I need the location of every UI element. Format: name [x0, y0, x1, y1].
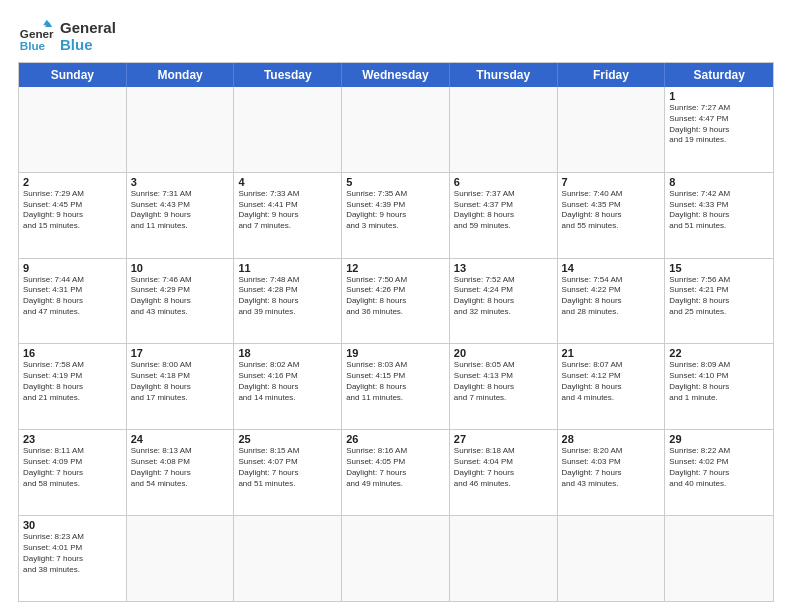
day-number: 13 [454, 262, 553, 274]
calendar-day-20: 20Sunrise: 8:05 AM Sunset: 4:13 PM Dayli… [450, 344, 558, 429]
calendar-week-4: 16Sunrise: 7:58 AM Sunset: 4:19 PM Dayli… [19, 344, 773, 430]
day-number: 9 [23, 262, 122, 274]
day-info: Sunrise: 8:23 AM Sunset: 4:01 PM Dayligh… [23, 532, 122, 575]
day-info: Sunrise: 7:31 AM Sunset: 4:43 PM Dayligh… [131, 189, 230, 232]
day-info: Sunrise: 7:29 AM Sunset: 4:45 PM Dayligh… [23, 189, 122, 232]
logo-blue: Blue [60, 36, 116, 53]
calendar-empty-cell [234, 87, 342, 172]
calendar-day-25: 25Sunrise: 8:15 AM Sunset: 4:07 PM Dayli… [234, 430, 342, 515]
header-day-monday: Monday [127, 63, 235, 87]
day-number: 8 [669, 176, 769, 188]
calendar-empty-cell [450, 516, 558, 601]
calendar-empty-cell [127, 516, 235, 601]
calendar-week-3: 9Sunrise: 7:44 AM Sunset: 4:31 PM Daylig… [19, 259, 773, 345]
calendar-week-5: 23Sunrise: 8:11 AM Sunset: 4:09 PM Dayli… [19, 430, 773, 516]
calendar-day-10: 10Sunrise: 7:46 AM Sunset: 4:29 PM Dayli… [127, 259, 235, 344]
day-info: Sunrise: 8:11 AM Sunset: 4:09 PM Dayligh… [23, 446, 122, 489]
day-number: 5 [346, 176, 445, 188]
day-info: Sunrise: 7:42 AM Sunset: 4:33 PM Dayligh… [669, 189, 769, 232]
day-number: 16 [23, 347, 122, 359]
day-number: 30 [23, 519, 122, 531]
calendar-day-17: 17Sunrise: 8:00 AM Sunset: 4:18 PM Dayli… [127, 344, 235, 429]
calendar-empty-cell [127, 87, 235, 172]
header-day-tuesday: Tuesday [234, 63, 342, 87]
day-number: 19 [346, 347, 445, 359]
calendar-day-29: 29Sunrise: 8:22 AM Sunset: 4:02 PM Dayli… [665, 430, 773, 515]
day-info: Sunrise: 8:15 AM Sunset: 4:07 PM Dayligh… [238, 446, 337, 489]
day-info: Sunrise: 7:35 AM Sunset: 4:39 PM Dayligh… [346, 189, 445, 232]
day-info: Sunrise: 7:33 AM Sunset: 4:41 PM Dayligh… [238, 189, 337, 232]
calendar-day-13: 13Sunrise: 7:52 AM Sunset: 4:24 PM Dayli… [450, 259, 558, 344]
day-number: 11 [238, 262, 337, 274]
day-info: Sunrise: 8:03 AM Sunset: 4:15 PM Dayligh… [346, 360, 445, 403]
day-info: Sunrise: 7:27 AM Sunset: 4:47 PM Dayligh… [669, 103, 769, 146]
calendar-day-12: 12Sunrise: 7:50 AM Sunset: 4:26 PM Dayli… [342, 259, 450, 344]
day-info: Sunrise: 8:20 AM Sunset: 4:03 PM Dayligh… [562, 446, 661, 489]
calendar-day-7: 7Sunrise: 7:40 AM Sunset: 4:35 PM Daylig… [558, 173, 666, 258]
header-day-wednesday: Wednesday [342, 63, 450, 87]
calendar-day-6: 6Sunrise: 7:37 AM Sunset: 4:37 PM Daylig… [450, 173, 558, 258]
day-number: 23 [23, 433, 122, 445]
calendar-day-4: 4Sunrise: 7:33 AM Sunset: 4:41 PM Daylig… [234, 173, 342, 258]
logo: General Blue General Blue [18, 18, 116, 54]
calendar-day-23: 23Sunrise: 8:11 AM Sunset: 4:09 PM Dayli… [19, 430, 127, 515]
calendar-day-5: 5Sunrise: 7:35 AM Sunset: 4:39 PM Daylig… [342, 173, 450, 258]
day-info: Sunrise: 8:22 AM Sunset: 4:02 PM Dayligh… [669, 446, 769, 489]
day-number: 3 [131, 176, 230, 188]
calendar-day-27: 27Sunrise: 8:18 AM Sunset: 4:04 PM Dayli… [450, 430, 558, 515]
header-day-friday: Friday [558, 63, 666, 87]
day-info: Sunrise: 7:44 AM Sunset: 4:31 PM Dayligh… [23, 275, 122, 318]
day-info: Sunrise: 8:00 AM Sunset: 4:18 PM Dayligh… [131, 360, 230, 403]
calendar-day-28: 28Sunrise: 8:20 AM Sunset: 4:03 PM Dayli… [558, 430, 666, 515]
logo-icon: General Blue [18, 18, 54, 54]
day-info: Sunrise: 8:13 AM Sunset: 4:08 PM Dayligh… [131, 446, 230, 489]
calendar-day-9: 9Sunrise: 7:44 AM Sunset: 4:31 PM Daylig… [19, 259, 127, 344]
day-number: 7 [562, 176, 661, 188]
header-day-sunday: Sunday [19, 63, 127, 87]
day-number: 27 [454, 433, 553, 445]
calendar-day-16: 16Sunrise: 7:58 AM Sunset: 4:19 PM Dayli… [19, 344, 127, 429]
calendar-day-30: 30Sunrise: 8:23 AM Sunset: 4:01 PM Dayli… [19, 516, 127, 601]
calendar-day-18: 18Sunrise: 8:02 AM Sunset: 4:16 PM Dayli… [234, 344, 342, 429]
day-info: Sunrise: 8:02 AM Sunset: 4:16 PM Dayligh… [238, 360, 337, 403]
day-info: Sunrise: 8:05 AM Sunset: 4:13 PM Dayligh… [454, 360, 553, 403]
calendar-empty-cell [19, 87, 127, 172]
calendar-day-24: 24Sunrise: 8:13 AM Sunset: 4:08 PM Dayli… [127, 430, 235, 515]
day-number: 29 [669, 433, 769, 445]
calendar-day-1: 1Sunrise: 7:27 AM Sunset: 4:47 PM Daylig… [665, 87, 773, 172]
calendar-week-1: 1Sunrise: 7:27 AM Sunset: 4:47 PM Daylig… [19, 87, 773, 173]
logo-general: General [60, 19, 116, 36]
day-info: Sunrise: 7:48 AM Sunset: 4:28 PM Dayligh… [238, 275, 337, 318]
calendar-header: SundayMondayTuesdayWednesdayThursdayFrid… [19, 63, 773, 87]
calendar: SundayMondayTuesdayWednesdayThursdayFrid… [18, 62, 774, 602]
day-info: Sunrise: 7:56 AM Sunset: 4:21 PM Dayligh… [669, 275, 769, 318]
calendar-day-22: 22Sunrise: 8:09 AM Sunset: 4:10 PM Dayli… [665, 344, 773, 429]
day-number: 22 [669, 347, 769, 359]
calendar-day-11: 11Sunrise: 7:48 AM Sunset: 4:28 PM Dayli… [234, 259, 342, 344]
day-info: Sunrise: 7:37 AM Sunset: 4:37 PM Dayligh… [454, 189, 553, 232]
calendar-day-8: 8Sunrise: 7:42 AM Sunset: 4:33 PM Daylig… [665, 173, 773, 258]
day-number: 18 [238, 347, 337, 359]
day-number: 28 [562, 433, 661, 445]
day-number: 10 [131, 262, 230, 274]
day-info: Sunrise: 7:50 AM Sunset: 4:26 PM Dayligh… [346, 275, 445, 318]
calendar-day-19: 19Sunrise: 8:03 AM Sunset: 4:15 PM Dayli… [342, 344, 450, 429]
day-info: Sunrise: 7:58 AM Sunset: 4:19 PM Dayligh… [23, 360, 122, 403]
day-number: 24 [131, 433, 230, 445]
day-number: 1 [669, 90, 769, 102]
day-info: Sunrise: 7:46 AM Sunset: 4:29 PM Dayligh… [131, 275, 230, 318]
calendar-day-3: 3Sunrise: 7:31 AM Sunset: 4:43 PM Daylig… [127, 173, 235, 258]
svg-text:Blue: Blue [20, 39, 46, 52]
day-number: 2 [23, 176, 122, 188]
day-info: Sunrise: 7:54 AM Sunset: 4:22 PM Dayligh… [562, 275, 661, 318]
day-number: 14 [562, 262, 661, 274]
day-number: 25 [238, 433, 337, 445]
day-number: 4 [238, 176, 337, 188]
calendar-empty-cell [558, 516, 666, 601]
header-day-saturday: Saturday [665, 63, 773, 87]
day-number: 26 [346, 433, 445, 445]
calendar-day-2: 2Sunrise: 7:29 AM Sunset: 4:45 PM Daylig… [19, 173, 127, 258]
calendar-empty-cell [342, 87, 450, 172]
header-day-thursday: Thursday [450, 63, 558, 87]
calendar-day-15: 15Sunrise: 7:56 AM Sunset: 4:21 PM Dayli… [665, 259, 773, 344]
